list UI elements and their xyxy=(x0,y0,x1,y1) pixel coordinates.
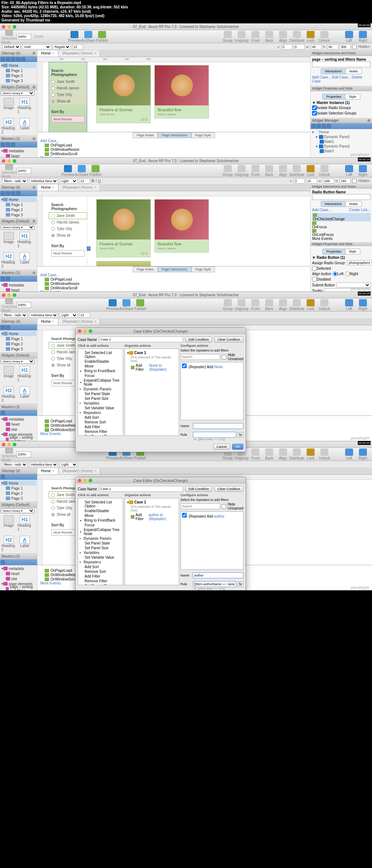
sitemap-page3[interactable]: Page 3 xyxy=(5,78,36,83)
hide-unnamed-check-2[interactable] xyxy=(222,504,226,509)
hidden-checkbox[interactable] xyxy=(352,44,357,49)
search-repeaters-input[interactable] xyxy=(181,354,220,360)
filter-name-input[interactable] xyxy=(193,423,243,429)
sidebar-master-widget[interactable]: Search Photographers Jane Smith Harold J… xyxy=(49,62,87,132)
sitemap-home[interactable]: ▾ Home xyxy=(1,63,36,68)
wm-state1[interactable]: 🟦 State1 xyxy=(312,139,371,144)
zoom-input[interactable]: 100% xyxy=(17,34,31,40)
tab-repeater[interactable]: (Repeater) (Home)× xyxy=(59,51,101,57)
clear-condition-button[interactable]: Clear Condition xyxy=(214,337,243,342)
weight-select[interactable]: Regular xyxy=(53,44,71,49)
iso-sel-check[interactable] xyxy=(312,111,317,116)
widget-h1[interactable]: H1Heading 1 xyxy=(17,98,32,114)
group-button[interactable]: Group xyxy=(221,31,235,43)
add-case-link[interactable]: Add Case... xyxy=(40,139,307,143)
widget-h2[interactable]: H2Heading 2 xyxy=(1,118,16,134)
card-1[interactable]: Flowers at SunriseJane Smith xyxy=(96,65,151,123)
maximize-icon[interactable] xyxy=(13,25,16,29)
btab-notes[interactable]: Page Notes xyxy=(133,132,158,138)
tab-home-2[interactable]: Home× xyxy=(37,185,58,191)
edit-condition-button-2[interactable]: Edit Condition xyxy=(185,486,212,492)
front-button[interactable]: Front xyxy=(248,31,262,43)
h-input[interactable] xyxy=(327,44,338,49)
filter-rule-input-2[interactable] xyxy=(193,581,236,587)
minimize-icon[interactable] xyxy=(7,25,11,29)
hide-unnamed-check[interactable] xyxy=(222,355,226,359)
preview-button[interactable]: Preview xyxy=(68,31,81,43)
casename-input[interactable] xyxy=(99,337,183,342)
widget-label[interactable]: A̲Label xyxy=(17,118,32,134)
right-button[interactable]: Right xyxy=(356,31,370,43)
wm-dp2[interactable]: ▾ 🟦 (Dynamic Panel) xyxy=(312,144,371,149)
widget-name-input[interactable] xyxy=(312,61,371,67)
master-metadata[interactable]: ▾ metadata xyxy=(1,148,36,153)
radio-harold[interactable]: Harold James xyxy=(49,85,87,91)
back-button[interactable]: Back xyxy=(262,31,276,43)
close-icon[interactable] xyxy=(2,25,5,29)
filter-rule-input[interactable] xyxy=(193,432,236,438)
radio-jane-selected[interactable]: Jane Smith xyxy=(49,213,87,219)
left-button[interactable]: Left xyxy=(342,31,356,43)
distribute-button[interactable]: Distribute xyxy=(290,31,304,43)
unlock-button[interactable]: Unlock xyxy=(318,31,331,43)
align-left-radio[interactable] xyxy=(333,272,337,276)
btab-style[interactable]: Page Style xyxy=(191,132,215,138)
tab-style[interactable]: Style xyxy=(345,94,360,100)
fontsize-input[interactable] xyxy=(72,44,83,49)
event-onchecked[interactable]: OnCheckedChange xyxy=(312,213,371,221)
fx-button[interactable]: fx xyxy=(238,432,243,438)
repeater-tree[interactable]: (Repeater) Add None xyxy=(181,362,243,420)
search-repeaters-input-2[interactable] xyxy=(181,503,220,509)
library-select[interactable]: Select Library ▾ xyxy=(1,91,35,96)
casename-input-2[interactable] xyxy=(99,486,183,492)
repeater-check-2[interactable] xyxy=(182,513,187,518)
cancel-button[interactable]: Cancel xyxy=(213,444,230,450)
wm-dp1[interactable]: ▾ 🟦 (Dynamic Panel) xyxy=(312,134,371,139)
filter-name-input-2[interactable] xyxy=(193,572,243,578)
disabled-check[interactable] xyxy=(312,277,317,282)
canvas[interactable]: 100200300400500 Search Photographers Jan… xyxy=(37,57,310,132)
font-select[interactable]: Arial xyxy=(22,44,51,49)
actions-list[interactable]: Set Selected List Option Enable/Disable … xyxy=(78,349,123,436)
x-input[interactable] xyxy=(282,44,292,49)
w-input[interactable] xyxy=(311,44,322,49)
clear-condition-button-2[interactable]: Clear Condition xyxy=(214,486,243,492)
y-input[interactable] xyxy=(294,44,305,49)
lock-button[interactable]: Lock xyxy=(304,31,318,43)
radio-name-input[interactable] xyxy=(312,194,371,200)
align-button[interactable]: Align xyxy=(276,31,290,43)
fx-button-2[interactable]: fx xyxy=(238,582,243,587)
ok-button[interactable]: OK xyxy=(232,444,243,450)
align-right-radio[interactable] xyxy=(345,272,350,276)
shape-select[interactable]: Default xyxy=(2,44,21,49)
tab-interactions[interactable]: Interactions xyxy=(321,68,346,74)
axshare-button[interactable]: AxShare xyxy=(81,31,95,43)
selected-check[interactable] xyxy=(312,266,317,271)
radio-group-select[interactable]: photographers xyxy=(347,260,372,265)
sitemap-tools[interactable] xyxy=(0,56,37,62)
sitemap-page2[interactable]: Page 2 xyxy=(5,73,36,78)
sitemap-home-2[interactable]: ▾ Home xyxy=(1,197,36,202)
radio-tyler[interactable]: Tyler Orly xyxy=(49,92,87,98)
radio-jane[interactable]: Jane Smith xyxy=(49,79,87,85)
resize-handle[interactable]: ↕ xyxy=(87,246,90,251)
filters-select[interactable]: filters - radio ▾ xyxy=(2,178,28,184)
organize-tree[interactable]: ▾ Case 1 (If is selected of This equals … xyxy=(125,349,179,436)
ungroup-button[interactable]: Ungroup xyxy=(235,31,248,43)
sitemap-page1[interactable]: Page 1 xyxy=(5,68,36,73)
tab-properties[interactable]: Properties xyxy=(322,94,345,100)
btab-interactions[interactable]: Page Interactions xyxy=(158,132,191,138)
widget-image[interactable]: Image xyxy=(1,98,16,114)
tab-notes[interactable]: Notes xyxy=(346,68,362,74)
r-input[interactable] xyxy=(340,44,351,49)
sortby-select[interactable]: Most Recent xyxy=(51,116,85,122)
publish-button[interactable]: Publish xyxy=(95,31,109,43)
card-2[interactable]: Beautiful flowHarold James xyxy=(154,65,209,118)
iso-radio-check[interactable] xyxy=(312,105,317,110)
tab-home[interactable]: Home× xyxy=(37,51,58,57)
edit-condition-button[interactable]: Edit Condition xyxy=(185,337,212,342)
wm-home[interactable]: ▾ 📄 Home xyxy=(312,130,371,134)
selection-mode-button[interactable]: Selection Mode xyxy=(2,29,16,44)
repeater-check[interactable] xyxy=(182,363,187,368)
radio-showall[interactable]: Show all xyxy=(49,98,87,104)
